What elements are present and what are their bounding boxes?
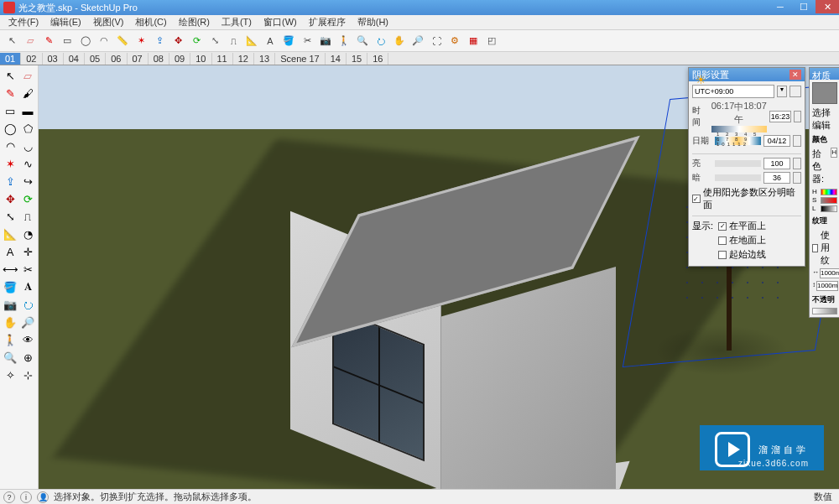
left-compass-icon[interactable]: ✧ [2,366,18,383]
left-protractor-icon[interactable]: ◔ [19,226,36,242]
toggle-button[interactable] [789,86,801,97]
left-pan-icon[interactable]: ✋ [2,314,18,330]
tex-h[interactable]: 1000m [816,281,838,291]
scene-tab-09[interactable]: 09 [169,53,190,65]
rotate-icon[interactable]: ⟳ [188,33,205,49]
plugin-icon[interactable]: ▦ [465,33,482,49]
left-pencil-icon[interactable]: ✎ [2,85,18,101]
cursor-icon[interactable]: ↖ [3,33,20,49]
scene-tab-14[interactable]: 14 [326,53,347,65]
left-magnify-icon[interactable]: 🔍 [2,349,18,366]
sat-slider[interactable] [821,197,837,204]
light-slider[interactable] [715,160,761,167]
scene-tab-06[interactable]: 06 [106,53,127,65]
hue-slider[interactable] [821,189,837,195]
magnify-icon[interactable]: 🔍 [354,33,371,49]
time-value[interactable]: 16:23 [769,111,792,122]
scene-tab-10[interactable]: 10 [190,53,211,65]
left-arc-icon[interactable]: ◠ [2,138,18,154]
left-rect-icon[interactable]: ▭ [2,102,18,119]
scene-tab-16[interactable]: 16 [367,53,388,65]
menu-视图(V)[interactable]: 视图(V) [88,15,129,29]
dark-spinner[interactable] [793,172,801,184]
left-text-icon[interactable]: A [2,243,18,260]
left-arc2-icon[interactable]: ◡ [19,138,36,154]
scene-tab-05[interactable]: 05 [85,53,106,65]
picker-select[interactable]: H [831,148,837,158]
gear-icon[interactable]: ⚙ [446,33,463,49]
menu-窗口(W)[interactable]: 窗口(W) [258,15,302,29]
material-preview[interactable] [812,82,837,104]
left-follow-icon[interactable]: ↪ [19,173,36,190]
utc-select[interactable]: UTC+09:00 [692,85,774,98]
left-dim-icon[interactable]: ⟷ [2,261,18,278]
light-spinner[interactable] [793,158,801,169]
left-look-icon[interactable]: 👁 [19,331,36,348]
left-cursor-icon[interactable]: ↖ [2,67,18,84]
left-camera-icon[interactable]: 📷 [2,296,18,313]
left-freehand-icon[interactable]: ∿ [19,155,36,172]
menu-相机(C)[interactable]: 相机(C) [130,15,171,29]
minimize-button[interactable]: ─ [769,0,792,13]
star-icon[interactable]: ✶ [133,33,149,49]
materials-panel[interactable]: 材质 选择 编辑 颜色 拾色器:H H S L 纹理 使用纹 ↔1000m ↕1… [809,67,839,318]
on-face-checkbox[interactable]: ✓ [718,222,727,231]
status-icon-1[interactable]: ? [3,491,15,503]
orbit-icon[interactable]: ⭮ [373,33,389,49]
left-orbit-icon[interactable]: ⭮ [19,296,36,313]
left-push-icon[interactable]: ⇪ [2,173,18,190]
arc-icon[interactable]: ◠ [96,33,112,49]
scene-tab-08[interactable]: 08 [149,53,169,65]
light-value[interactable]: 100 [763,158,790,169]
scene-tab-03[interactable]: 03 [43,53,64,65]
left-circle-icon[interactable]: ◯ [2,120,18,137]
scene-tab-Scene 17[interactable]: Scene 17 [275,53,325,65]
move-icon[interactable]: ✥ [169,33,186,49]
viewport-3d[interactable]: 阴影设置 ✕ ☀ UTC+09:00 ▼ 时间 06:17中午18:07 16:… [39,65,839,489]
left-scale-icon[interactable]: ⤡ [2,208,18,225]
time-spinner[interactable] [794,111,801,122]
plane-icon[interactable]: ✂ [299,33,315,49]
circle-icon[interactable]: ◯ [77,33,94,49]
tape-icon[interactable]: 📐 [243,33,260,49]
date-slider[interactable]: 1 2 3 4 5 6 7 8 9 101112 [715,137,761,145]
text-icon[interactable]: A [262,33,279,49]
edit-tab[interactable]: 编辑 [812,120,831,130]
dropdown-icon[interactable]: ▼ [777,86,787,97]
left-zoom-icon[interactable]: 🔎 [19,314,36,330]
pan-icon[interactable]: ✋ [391,33,408,49]
materials-title[interactable]: 材质 [810,68,839,80]
select-tab[interactable]: 选择 [812,107,831,117]
status-icon-3[interactable]: 👤 [37,491,49,503]
extents-icon[interactable]: ⛶ [428,33,445,49]
menu-绘图(R)[interactable]: 绘图(R) [174,15,215,29]
left-tape-icon[interactable]: 📐 [2,226,18,242]
status-icon-2[interactable]: i [20,491,32,503]
left-plane-icon[interactable]: ✂ [19,261,36,278]
menu-扩展程序[interactable]: 扩展程序 [304,15,351,29]
light-slider[interactable] [821,205,837,212]
left-brush-icon[interactable]: 🖌 [19,85,36,101]
walk-icon[interactable]: 🚶 [336,33,352,49]
menu-帮助(H)[interactable]: 帮助(H) [352,15,393,29]
rect-icon[interactable]: ▭ [59,33,76,49]
use-texture-checkbox[interactable] [812,244,818,252]
paint-icon[interactable]: 🪣 [280,33,297,49]
left-offset-icon[interactable]: ⎍ [19,208,36,225]
menu-文件(F)[interactable]: 文件(F) [3,15,44,29]
scene-tab-13[interactable]: 13 [254,53,275,65]
scene-tab-15[interactable]: 15 [347,53,367,65]
left-rect2-icon[interactable]: ▬ [19,102,36,119]
maximize-button[interactable]: ☐ [792,0,816,13]
left-target-icon[interactable]: ⊕ [19,349,36,366]
scene-tab-11[interactable]: 11 [212,53,233,65]
tex-w[interactable]: 1000m [820,268,839,278]
camera-icon[interactable]: 📷 [317,33,334,49]
scale-icon[interactable]: ⤡ [206,33,223,49]
left-poly-icon[interactable]: ⬠ [19,120,36,137]
left-3dtext-icon[interactable]: 𝐀 [19,278,36,295]
scene-tab-02[interactable]: 02 [21,53,42,65]
use-sun-checkbox[interactable]: ✓ [692,195,701,203]
zoom-icon[interactable]: 🔎 [409,33,426,49]
left-paint-icon[interactable]: 🪣 [2,278,18,295]
